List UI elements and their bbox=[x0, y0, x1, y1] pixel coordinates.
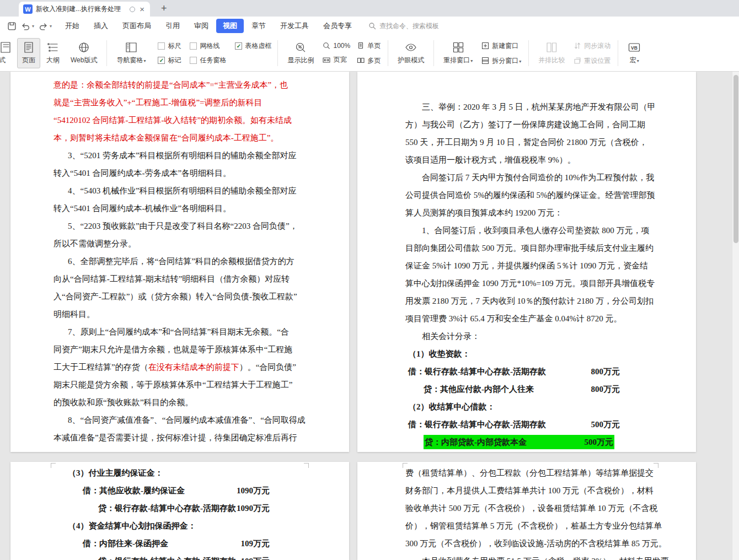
tab-home[interactable]: 开始 bbox=[58, 19, 86, 33]
split-window-button[interactable]: 拆分窗口▾ bbox=[481, 56, 521, 66]
vb-macro-button[interactable]: VB 宏▾ bbox=[623, 38, 646, 68]
doc-line: 的预收款和原“预收账款”科目的余额。 bbox=[53, 394, 301, 411]
chevron-down-icon: ▾ bbox=[143, 58, 146, 63]
doc-line: 8、“合同资产减值准备”、“合同履约成本减值准备”、“合同取得成 bbox=[53, 411, 301, 429]
doc-line: 该项目适用一般计税方式，增值税税率 9%）。 bbox=[405, 151, 651, 169]
redo-caret-icon[interactable]: ▾ bbox=[50, 24, 52, 29]
tab-section[interactable]: 章节 bbox=[245, 19, 272, 33]
doc-line: 目部向集团公司借款 500 万元。项目部办理审批手续后支付业主履约 bbox=[405, 239, 651, 257]
doc-line: 明细科目。 bbox=[53, 305, 301, 323]
tab-title: 新收入准则建...执行账务处理 bbox=[36, 4, 126, 14]
task-pane-checkbox[interactable]: 任务窗格 bbox=[190, 56, 226, 65]
tab-page-layout[interactable]: 页面布局 bbox=[116, 19, 158, 33]
side-by-side-icon bbox=[545, 41, 558, 53]
doc-line: 费（租赁结算单）、分包工程款（分包工程结算单）等结算单据提交 bbox=[405, 464, 651, 482]
doc-line: 公司提供合同造价 5%的履约保函和 5%的履约保证金。经营管理部预 bbox=[405, 186, 651, 204]
page-2[interactable]: 三、举例：2020 年 3 月 5 日，杭州某某房地产开发有限公司（甲方）与我公… bbox=[357, 72, 696, 452]
view-options-group: 标尺 ✓标记 网格线 任务窗格 ✓表格虚框 bbox=[153, 36, 276, 71]
doc-line: 借：银行存款-结算中心存款-活期存款500万元 bbox=[405, 416, 651, 433]
doc-line: 算人员测算的项目预算成本约 19200 万元： bbox=[405, 204, 651, 222]
page-3-text: （3）付业主履约保证金：借：其他应收款-履约保证金1090万元贷：银行存款-结算… bbox=[53, 464, 301, 560]
tab-membership[interactable]: 会员专享 bbox=[317, 19, 358, 33]
doc-line: 贷：银行存款-结算中心存款-活期存款109万元 bbox=[53, 552, 301, 560]
reading-layout-button-partial[interactable]: 式 bbox=[0, 36, 14, 71]
page-1[interactable]: 意的是：余额全部结转的前提是“合同成本”=“主营业务成本”，也就是“主营业务收入… bbox=[10, 72, 349, 452]
reading-layout-icon bbox=[0, 41, 11, 53]
eye-protection-button[interactable]: 护眼模式 bbox=[393, 38, 429, 68]
search-placeholder: 查找命令、搜索模板 bbox=[379, 21, 439, 31]
document-tab[interactable]: W 新收入准则建...执行账务处理 × bbox=[19, 2, 150, 17]
doc-line: 价），钢管租赁结算单 5 万元（不含税价），桩基土方专业分包结算单 bbox=[405, 517, 651, 535]
scrollbar-thumb[interactable] bbox=[733, 75, 738, 243]
margin-corner-mark bbox=[304, 463, 309, 468]
page-view-button[interactable]: 页面 bbox=[17, 38, 40, 68]
doc-line: 合同签订后 7 天内甲方预付合同造价的 10%作为工程预付款，我 bbox=[405, 169, 651, 186]
undo-icon[interactable] bbox=[19, 20, 31, 32]
outline-view-button[interactable]: 大纲 bbox=[41, 38, 65, 68]
doc-line: 算中心划扣保函押金 1090 万元*10%=109 万元。项目部开具增值税专 bbox=[405, 274, 651, 292]
wps-doc-icon: W bbox=[23, 4, 33, 14]
doc-line: 工大于工程结算”的存货（在没有未结成本的前提下）。“合同负债” bbox=[53, 358, 301, 376]
new-window-button[interactable]: 新建窗口 bbox=[481, 41, 521, 51]
doc-line: 550 天，开工日期为 9 月 10 日，暂定合同价 21800 万元（含税价， bbox=[405, 133, 651, 151]
doc-line: 贷：其他应付款-内部个人往来800万元 bbox=[405, 380, 651, 398]
page-4[interactable]: 费（租赁结算单）、分包工程款（分包工程结算单）等结算单据提交财务部门，本月提供人… bbox=[357, 462, 696, 560]
chevron-down-icon: ▾ bbox=[637, 58, 639, 63]
redo-icon[interactable] bbox=[37, 20, 49, 32]
checkbox-icon bbox=[190, 57, 197, 64]
vertical-scrollbar[interactable] bbox=[732, 72, 739, 560]
nav-pane-button[interactable]: 导航窗格▾ bbox=[111, 38, 151, 68]
single-page-button[interactable]: 单页 bbox=[357, 41, 381, 51]
multi-page-button[interactable]: 多页 bbox=[357, 56, 381, 66]
doc-line: 5、“2203 预收账款”由于只是改变了科目名称“2203 合同负债”， bbox=[53, 217, 301, 235]
marks-checkbox[interactable]: ✓标记 bbox=[158, 56, 181, 65]
ruler-checkbox[interactable]: 标尺 bbox=[158, 42, 181, 51]
nav-pane-icon bbox=[125, 41, 137, 53]
doc-line: 1、合同签订后，收到项目承包人缴存公司垫资款 800 万元，项 bbox=[405, 222, 651, 239]
doc-line: （4）资金结算中心划扣保函押金： bbox=[53, 517, 301, 535]
doc-line: 本月收到劳务专用发票 51.5 万元（含税，税率 3%），材料专用发票 bbox=[405, 552, 651, 560]
tab-review[interactable]: 审阅 bbox=[188, 19, 215, 33]
tab-bar: W 新收入准则建...执行账务处理 × + bbox=[0, 0, 739, 17]
page-3[interactable]: （3）付业主履约保证金：借：其他应收款-履约保证金1090万元贷：银行存款-结算… bbox=[10, 462, 349, 560]
tab-references[interactable]: 引用 bbox=[159, 19, 186, 33]
tab-close-icon[interactable]: × bbox=[138, 5, 146, 13]
tab-developer[interactable]: 开发工具 bbox=[274, 19, 315, 33]
vb-macro-icon: VB bbox=[628, 41, 641, 53]
tab-insert[interactable]: 插入 bbox=[87, 19, 115, 33]
doc-line: （1）收垫资款： bbox=[405, 345, 651, 363]
gridlines-checkbox[interactable]: 网格线 bbox=[190, 42, 226, 51]
doc-line: 6、全部调整完毕后，将“合同结算”科目的余额根据借贷方的方 bbox=[53, 252, 301, 270]
web-layout-button[interactable]: Web版式 bbox=[66, 38, 102, 68]
doc-line: 方）与我公司（乙方）签订了一份保障房建设施工合同，合同工期 bbox=[405, 116, 651, 133]
zoom-100-button[interactable]: 100% bbox=[323, 42, 350, 50]
tab-view[interactable]: 视图 bbox=[216, 19, 244, 33]
rearrange-windows-button[interactable]: 重排窗口▾ bbox=[438, 38, 478, 68]
margin-corner-mark bbox=[654, 463, 658, 468]
new-tab-button[interactable]: + bbox=[158, 3, 170, 17]
doc-line: 本，则暂时将未结成本金额保留在“合同履约成本-工程施工”。 bbox=[53, 129, 301, 147]
checkbox-icon bbox=[190, 42, 197, 50]
zoom-icon bbox=[294, 41, 307, 53]
doc-line: 借：内部往来-保函押金109万元 bbox=[53, 535, 301, 552]
doc-status-icon bbox=[130, 7, 135, 12]
doc-line: 意的是：余额全部结转的前提是“合同成本”=“主营业务成本”，也 bbox=[53, 76, 301, 94]
doc-line: （3）付业主履约保证金： bbox=[53, 464, 301, 482]
table-gridlines-checkbox[interactable]: ✓表格虚框 bbox=[235, 42, 271, 51]
page-view-icon bbox=[23, 41, 35, 53]
zoom-ratio-button[interactable]: 显示比例 bbox=[282, 38, 319, 68]
quick-access-toolbar: ▾ ▾ bbox=[6, 20, 53, 32]
doc-line: 入“合同资产-工程款”）或（贷方余额）转入“合同负债-预收工程款” bbox=[53, 288, 301, 305]
reset-position-button: 重设位置 bbox=[574, 56, 611, 66]
search-icon bbox=[368, 22, 376, 30]
reading-layout-label: 式 bbox=[0, 56, 6, 65]
ribbon-tabs: 开始 插入 页面布局 引用 审阅 视图 章节 开发工具 会员专享 bbox=[58, 19, 358, 33]
file-icon[interactable] bbox=[6, 20, 18, 32]
command-search-input[interactable]: 查找命令、搜索模板 bbox=[368, 21, 439, 31]
side-by-side-button: 并排比较 bbox=[533, 38, 570, 68]
doc-line: 期末只能是贷方余额，等于原核算体系中“工程结算大于工程施工” bbox=[53, 376, 301, 394]
doc-line: 本减值准备”是否需要计提，按何标准计提，待集团确定标准后再行 bbox=[53, 429, 301, 446]
page-width-button[interactable]: 页宽 bbox=[323, 55, 350, 64]
undo-caret-icon[interactable]: ▾ bbox=[32, 24, 34, 29]
split-window-icon bbox=[481, 57, 489, 64]
